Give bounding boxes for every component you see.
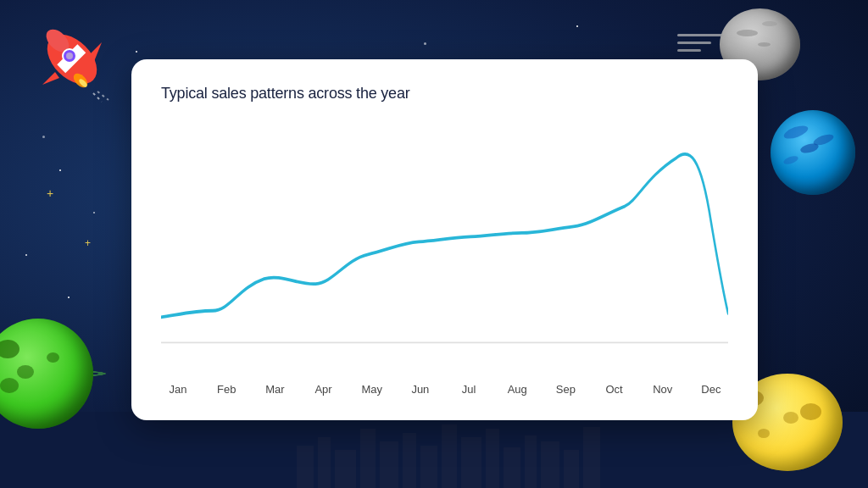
- svg-marker-21: [42, 72, 59, 85]
- line-chart-svg: [161, 119, 728, 374]
- x-axis-labels: Jan Feb Mar Apr May Jun Jul Aug Sep Oct …: [161, 378, 728, 396]
- svg-rect-11: [504, 447, 520, 488]
- svg-rect-6: [403, 433, 416, 488]
- svg-rect-10: [486, 429, 499, 488]
- x-label-apr: Apr: [307, 383, 341, 396]
- chart-title: Typical sales patterns across the year: [161, 85, 728, 103]
- x-label-mar: Mar: [258, 383, 292, 396]
- svg-rect-7: [420, 446, 437, 488]
- x-label-sep: Sep: [548, 383, 582, 396]
- svg-rect-13: [541, 441, 559, 488]
- x-label-jun: Jun: [403, 383, 437, 396]
- x-label-jul: Jul: [452, 383, 486, 396]
- svg-rect-3: [335, 450, 356, 488]
- x-label-aug: Aug: [500, 383, 534, 396]
- svg-rect-12: [525, 435, 537, 488]
- chart-area: Jan Feb Mar Apr May Jun Jul Aug Sep Oct …: [161, 119, 728, 374]
- x-label-dec: Dec: [694, 383, 728, 396]
- rocket-icon: [25, 17, 119, 110]
- svg-point-20: [66, 53, 73, 59]
- x-label-may: May: [355, 383, 389, 396]
- svg-rect-5: [380, 441, 398, 488]
- svg-rect-1: [297, 446, 314, 488]
- x-label-nov: Nov: [646, 383, 680, 396]
- svg-rect-4: [360, 429, 376, 488]
- x-label-oct: Oct: [598, 383, 632, 396]
- blue-planet: [771, 110, 855, 195]
- svg-rect-15: [583, 427, 600, 488]
- svg-line-25: [93, 93, 102, 102]
- x-label-jan: Jan: [161, 383, 195, 396]
- svg-rect-14: [564, 450, 579, 488]
- svg-rect-2: [318, 437, 331, 488]
- chart-card: Typical sales patterns across the year: [131, 59, 758, 420]
- svg-rect-9: [461, 437, 481, 488]
- speed-lines-grey: [677, 34, 724, 57]
- x-label-feb: Feb: [209, 383, 243, 396]
- svg-rect-8: [442, 424, 457, 488]
